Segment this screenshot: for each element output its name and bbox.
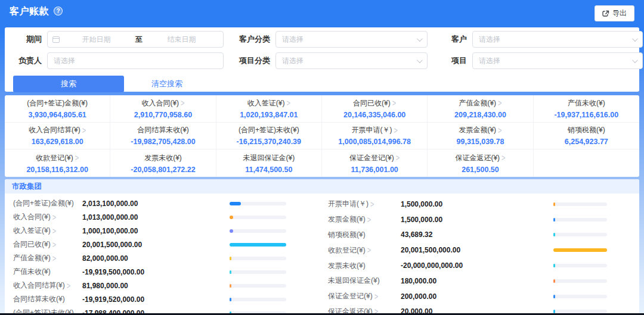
- metric-bar-track: [230, 311, 286, 314]
- help-icon[interactable]: ?: [54, 7, 63, 15]
- detail-metric-label[interactable]: 产值金额(¥)>: [13, 253, 82, 263]
- detail-row: 收入签证(¥)>1,000,100,000.00: [13, 224, 310, 238]
- detail-metric-label[interactable]: 发票金额(¥)>: [328, 214, 401, 224]
- summary-metric[interactable]: 保证金返还(¥)>261,500.50: [428, 149, 533, 177]
- date-range-input[interactable]: 开始日期 至 结束日期: [47, 31, 224, 48]
- owner-select[interactable]: 请选择: [47, 52, 224, 69]
- drill-arrow-icon: >: [52, 226, 56, 236]
- detail-metric-value: 2,013,100,000.00: [82, 199, 230, 208]
- drill-arrow-icon: >: [67, 281, 70, 291]
- summary-metric: 合同结算未收(¥)-19,982,705,428.00: [110, 123, 216, 150]
- detail-metric-label[interactable]: 收入合同(¥)>: [13, 212, 82, 222]
- detail-metric-label[interactable]: 保证金返还(¥)>: [328, 307, 401, 313]
- metric-label: 产值金额(¥)>: [459, 98, 501, 108]
- drill-arrow-icon: >: [396, 153, 400, 163]
- project-category-select[interactable]: 请选择: [275, 52, 428, 69]
- detail-metric-value: 1,500,000.00: [401, 200, 553, 208]
- detail-row: 发票未收(¥)-20,000,000,000.00: [328, 258, 632, 273]
- metric-bar-fill: [553, 310, 555, 313]
- detail-metric-value: 43,689.32: [401, 230, 553, 239]
- summary-metric[interactable]: 发票金额(¥)>99,315,039.78: [428, 123, 533, 150]
- metric-value: -20,058,801,272.22: [131, 166, 195, 174]
- summary-metric[interactable]: 收款登记(¥)>20,158,116,312.00: [5, 149, 110, 177]
- summary-metric: (合同+签证)未收(¥)-16,215,370,240.39: [216, 123, 322, 150]
- metric-value: 99,315,039.78: [457, 138, 504, 146]
- clear-search-link[interactable]: 清空搜索: [151, 79, 182, 89]
- customer-category-select[interactable]: 请选择: [275, 31, 428, 48]
- detail-metric-label[interactable]: 开票申请(￥)>: [328, 199, 401, 209]
- drill-arrow-icon: >: [82, 126, 86, 135]
- detail-metric-value: 180,000.00: [401, 277, 553, 285]
- metric-bar-fill: [230, 243, 286, 247]
- summary-metric: [534, 149, 639, 177]
- metric-bar-track: [553, 310, 607, 313]
- metric-value: 20,146,335,046.00: [343, 111, 405, 119]
- metric-bar-fill: [230, 216, 233, 219]
- summary-metric: 产值未收(¥)-19,937,116,616.00: [534, 95, 639, 123]
- summary-metric[interactable]: 产值金额(¥)>209,218,430.00: [428, 95, 533, 123]
- drill-arrow-icon: >: [394, 126, 397, 135]
- customer-select[interactable]: 请选择: [472, 31, 643, 48]
- metric-value: 11,474,500.50: [245, 166, 292, 174]
- detail-row: 保证金登记(¥)>200,000.00: [328, 289, 632, 304]
- summary-metric[interactable]: 开票申请(￥)>1,000,085,014,996.78: [322, 123, 428, 150]
- detail-row: (合同+签证)未收(¥)-17,988,400,000.00: [13, 306, 310, 313]
- metric-bar-fill: [230, 257, 231, 260]
- metric-value: 163,629,618.00: [32, 138, 83, 146]
- metric-bar-fill: [553, 233, 555, 236]
- customer-label: 客户: [443, 34, 467, 45]
- export-button[interactable]: 导出: [595, 5, 634, 21]
- chevron-down-icon: [417, 57, 423, 63]
- summary-metric[interactable]: 合同已收(¥)>20,146,335,046.00: [322, 95, 428, 123]
- detail-column-left: (合同+签证)金额(¥)2,013,100,000.00收入合同(¥)>1,01…: [10, 197, 310, 313]
- summary-panel: (合同+签证)金额(¥)3,930,964,805.61收入合同(¥)>2,91…: [5, 95, 639, 177]
- drill-arrow-icon: >: [367, 215, 371, 224]
- metric-value: -16,215,370,240.39: [237, 138, 301, 146]
- detail-row: 合同结算未收(¥)-19,919,520,000.00: [13, 292, 310, 306]
- summary-metric[interactable]: 收入合同结算(¥)>163,629,618.00: [5, 123, 110, 150]
- metric-label: 发票金额(¥)>: [459, 125, 501, 135]
- detail-metric-label[interactable]: 保证金登记(¥)>: [328, 291, 401, 301]
- metric-label: 保证金返还(¥)>: [455, 153, 505, 163]
- metric-bar-track: [230, 229, 286, 233]
- summary-metric[interactable]: 收入合同(¥)>2,910,770,958.60: [110, 95, 216, 123]
- metric-label: 收款登记(¥)>: [36, 153, 79, 163]
- metric-value: 209,218,430.00: [454, 111, 506, 119]
- summary-metric: 销项税额(¥)6,254,923.77: [534, 123, 639, 150]
- metric-bar-track: [230, 243, 286, 247]
- detail-metric-label[interactable]: 收入签证(¥)>: [13, 226, 82, 236]
- detail-metric-label[interactable]: 合同已收(¥)>: [13, 239, 82, 249]
- detail-metric-value: 20,001,500,000.00: [82, 241, 230, 249]
- search-button[interactable]: 搜索: [13, 76, 124, 92]
- metric-label: 合同已收(¥)>: [353, 98, 396, 108]
- metric-bar-fill: [553, 202, 555, 206]
- metric-bar-track: [230, 284, 286, 288]
- detail-metric-label[interactable]: 收款登记(¥)>: [328, 245, 401, 255]
- detail-metric-value: -20,000,000,000.00: [401, 261, 553, 270]
- drill-arrow-icon: >: [374, 307, 378, 313]
- project-select[interactable]: 请选择: [472, 52, 643, 69]
- summary-metric[interactable]: 收入签证(¥)>1,020,193,847.01: [216, 95, 322, 123]
- metric-value: 6,254,923.77: [565, 138, 608, 146]
- metric-value: 2,910,770,958.60: [134, 111, 192, 119]
- metric-bar-fill: [230, 229, 233, 233]
- page-title: 客户账款: [10, 5, 49, 18]
- metric-label: (合同+签证)未收(¥): [239, 125, 299, 135]
- metric-bar-track: [230, 298, 286, 301]
- metric-bar-fill: [553, 264, 555, 267]
- drill-arrow-icon: >: [498, 126, 501, 135]
- detail-row: 合同已收(¥)>20,001,500,000.00: [13, 238, 310, 251]
- metric-bar-track: [230, 216, 286, 219]
- metric-value: -19,982,705,428.00: [131, 138, 195, 146]
- metric-bar-track: [553, 279, 607, 283]
- chevron-down-icon: [632, 36, 638, 42]
- detail-metric-value: 20,001,500,000.00: [401, 246, 553, 254]
- end-date-placeholder: 结束日期: [145, 35, 218, 45]
- metric-bar-fill: [553, 295, 555, 298]
- detail-metric-label: 销项税额(¥): [328, 230, 401, 240]
- app-header: 客户账款 ? 导出: [0, 0, 644, 26]
- summary-metric[interactable]: 保证金登记(¥)>11,736,001.00: [322, 149, 428, 177]
- drill-arrow-icon: >: [75, 153, 79, 163]
- drill-arrow-icon: >: [286, 99, 290, 108]
- detail-metric-label[interactable]: 收入合同结算(¥)>: [13, 280, 82, 291]
